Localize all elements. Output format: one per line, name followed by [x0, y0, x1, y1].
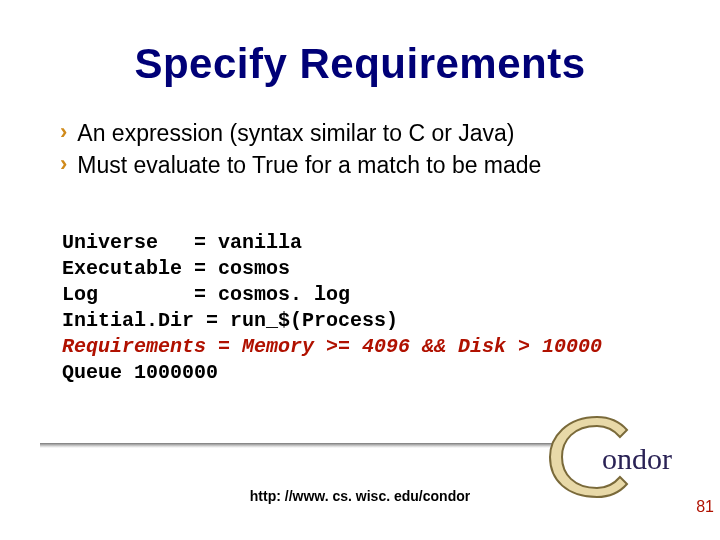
chevron-right-icon: › — [60, 118, 67, 146]
footer-url: http: //www. cs. wisc. edu/condor — [0, 488, 720, 504]
code-line: Initial.Dir = run_$(Process) — [62, 309, 398, 332]
code-block: Universe = vanilla Executable = cosmos L… — [62, 204, 670, 386]
list-item: › Must evaluate to True for a match to b… — [60, 150, 670, 180]
code-line-highlight: Requirements = Memory >= 4096 && Disk > … — [62, 335, 602, 358]
code-line: Executable = cosmos — [62, 257, 290, 280]
bullet-text: Must evaluate to True for a match to be … — [77, 150, 541, 180]
page-number: 81 — [696, 498, 714, 516]
code-line: Queue 1000000 — [62, 361, 218, 384]
divider — [40, 443, 560, 448]
code-line: Universe = vanilla — [62, 231, 302, 254]
bullet-list: › An expression (syntax similar to C or … — [60, 118, 670, 180]
slide: Specify Requirements › An expression (sy… — [0, 0, 720, 540]
bullet-text: An expression (syntax similar to C or Ja… — [77, 118, 514, 148]
chevron-right-icon: › — [60, 150, 67, 178]
page-title: Specify Requirements — [50, 40, 670, 88]
logo-text: ondor — [602, 442, 672, 475]
code-line: Log = cosmos. log — [62, 283, 350, 306]
list-item: › An expression (syntax similar to C or … — [60, 118, 670, 148]
